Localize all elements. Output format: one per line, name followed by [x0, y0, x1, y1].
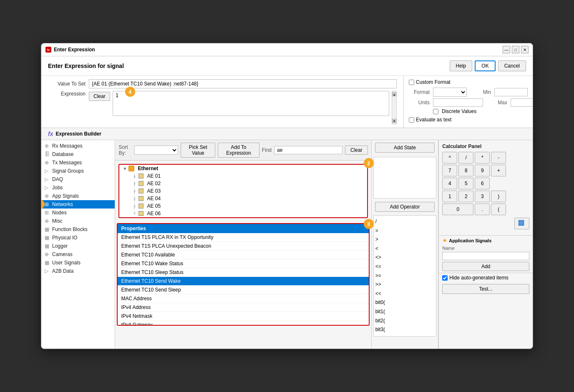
value-to-set-input[interactable] — [89, 79, 397, 88]
max-input[interactable] — [511, 98, 533, 107]
operator-rshift[interactable]: >> — [375, 280, 435, 289]
prop-item-0[interactable]: Ethernet T1S PLCA RX in TX Opportunity — [118, 233, 368, 242]
calc-btn-lparen[interactable]: ( — [491, 204, 506, 215]
add-to-expression-button[interactable]: Add To Expression — [218, 143, 259, 158]
calc-btn-divide[interactable]: / — [458, 152, 473, 163]
calc-btn-1[interactable]: 1 — [442, 191, 457, 202]
pick-set-value-button[interactable]: Pick Set Value — [181, 143, 215, 158]
calc-btn-8[interactable]: 8 — [458, 165, 473, 176]
sidebar-item-nodes[interactable]: ⊞ Nodes — [41, 209, 115, 217]
properties-panel-container: Properties Ethernet T1S PLCA RX in TX Op… — [117, 223, 369, 326]
sidebar-item-misc[interactable]: ⊕ Misc — [41, 217, 115, 225]
prop-item-4[interactable]: Ethernet TC10 Sleep Status — [118, 268, 368, 277]
calc-btn-0[interactable]: 0 — [442, 204, 473, 215]
scroll-up-arrow[interactable]: ▲ — [392, 92, 396, 96]
sidebar-item-networks[interactable]: ⊞ Networks 1 — [41, 200, 115, 209]
prop-item-5[interactable]: Ethernet TC10 Send Wake — [118, 277, 368, 286]
discrete-values-checkbox[interactable] — [433, 109, 438, 114]
operator-gte[interactable]: >= — [375, 271, 435, 281]
calc-btn-rparen[interactable]: ) — [491, 191, 506, 202]
vertical-scrollbar[interactable]: ▲ ▼ — [392, 91, 397, 124]
operator-bit3[interactable]: bit3( — [375, 325, 435, 334]
calc-btn-2[interactable]: 2 — [458, 191, 473, 202]
prop-item-1[interactable]: Ethernet T1S PLCA Unexpected Beacon — [118, 242, 368, 251]
sidebar-item-physical-io[interactable]: ▦ Physical IO — [41, 234, 115, 242]
prop-item-3[interactable]: Ethernet TC10 Wake Status — [118, 259, 368, 268]
calc-btn-dot[interactable]: . — [475, 204, 490, 215]
tree-node-ae04[interactable]: ├ AE 04 — [119, 195, 367, 202]
maximize-button[interactable]: □ — [512, 46, 519, 53]
sidebar-item-a2b-data[interactable]: ▷ A2B Data — [41, 267, 115, 275]
prop-item-10[interactable]: IPv4 Gateway — [118, 321, 368, 325]
operator-lt[interactable]: < — [375, 244, 435, 254]
clear-find-button[interactable]: Clear — [345, 146, 368, 155]
sidebar-item-cameras[interactable]: ⊕ Cameras — [41, 250, 115, 259]
sidebar-item-logger[interactable]: ▦ Logger — [41, 242, 115, 250]
add-operator-button[interactable]: Add Operator — [375, 202, 435, 212]
sidebar-item-user-signals[interactable]: ▦ User Signals — [41, 259, 115, 267]
tree-node-ethernet[interactable]: ▼ Ethernet — [119, 165, 367, 172]
custom-format-checkbox[interactable] — [409, 80, 414, 85]
networks-label: Networks — [52, 201, 73, 207]
calc-btn-5[interactable]: 5 — [458, 178, 473, 189]
hide-auto-checkbox[interactable] — [442, 275, 448, 281]
sidebar-item-signal-groups[interactable]: ▷ Signal Groups — [41, 167, 115, 175]
operator-lte[interactable]: <= — [375, 262, 435, 271]
sidebar-item-function-blocks[interactable]: ▦ Function Blocks — [41, 225, 115, 234]
tree-node-ae05[interactable]: ├ AE 05 — [119, 202, 367, 210]
add-state-button[interactable]: Add State — [375, 143, 435, 153]
tree-node-ae02[interactable]: ├ AE 02 — [119, 180, 367, 187]
grid-icon[interactable] — [514, 218, 529, 229]
sidebar-item-rx-messages[interactable]: ⊕ Rx Messages — [41, 142, 115, 150]
add-signal-button[interactable]: Add — [442, 262, 529, 271]
tree-node-ae06[interactable]: └ AE 06 — [119, 210, 367, 217]
prop-item-2[interactable]: Ethernet TC10 Available — [118, 251, 368, 259]
sidebar-item-database[interactable]: 🗄 Database — [41, 150, 115, 158]
prop-item-9[interactable]: IPv4 Netmask — [118, 312, 368, 321]
sidebar-item-daq[interactable]: ▷ DAQ — [41, 175, 115, 183]
ae05-expand-icon: ├ — [133, 204, 137, 209]
prop-item-8[interactable]: IPv4 Address — [118, 303, 368, 312]
scroll-down-arrow[interactable]: ▼ — [392, 119, 396, 123]
calc-btn-3[interactable]: 3 — [475, 191, 490, 202]
sidebar-item-jobs[interactable]: ▷ Jobs — [41, 183, 115, 192]
operator-equals[interactable]: = — [375, 226, 435, 236]
operator-divide[interactable]: / — [375, 217, 435, 226]
expression-textarea[interactable]: 1 — [113, 91, 389, 116]
sidebar-item-tx-messages[interactable]: ⊕ Tx Messages — [41, 158, 115, 167]
close-button[interactable]: ✕ — [521, 46, 529, 53]
cancel-button[interactable]: Cancel — [498, 60, 526, 71]
prop-item-7[interactable]: MAC Address — [118, 294, 368, 303]
app-signals-name-input[interactable] — [442, 252, 529, 260]
operator-bit0[interactable]: bit0( — [375, 298, 435, 307]
calc-btn-9[interactable]: 9 — [475, 165, 490, 176]
find-input[interactable] — [274, 146, 342, 154]
calc-btn-minus[interactable]: - — [491, 152, 506, 163]
calc-btn-6[interactable]: 6 — [475, 178, 490, 189]
calc-btn-caret[interactable]: ^ — [442, 152, 457, 163]
calc-btn-plus[interactable]: + — [491, 165, 506, 176]
calc-btn-4[interactable]: 4 — [442, 178, 457, 189]
clear-expression-button[interactable]: Clear — [89, 92, 110, 101]
operator-bit1[interactable]: bit1( — [375, 307, 435, 317]
operator-bit2[interactable]: bit2( — [375, 317, 435, 326]
tree-node-ae03[interactable]: ├ AE 03 — [119, 187, 367, 195]
test-button[interactable]: Test... — [442, 284, 529, 294]
evaluate-as-text-checkbox[interactable] — [409, 117, 414, 123]
sidebar-item-app-signals[interactable]: ⊕ App Signals — [41, 192, 115, 200]
min-input[interactable] — [494, 88, 528, 96]
units-input[interactable] — [433, 98, 483, 107]
prop-item-6[interactable]: Ethernet TC10 Send Sleep — [118, 286, 368, 294]
calc-btn-multiply[interactable]: * — [475, 152, 490, 163]
tree-node-ae01[interactable]: ├ AE 01 — [119, 172, 367, 180]
operator-lshift[interactable]: << — [375, 289, 435, 299]
format-select[interactable] — [433, 88, 467, 97]
calc-btn-7[interactable]: 7 — [442, 165, 457, 176]
sort-select[interactable] — [134, 146, 179, 155]
ok-button[interactable]: OK — [475, 60, 495, 71]
minimize-button[interactable]: — — [503, 46, 510, 53]
help-button[interactable]: Help — [450, 60, 473, 71]
operator-ne[interactable]: <> — [375, 253, 435, 262]
operator-gt[interactable]: > — [375, 235, 435, 244]
ae02-label: AE 02 — [147, 181, 161, 186]
